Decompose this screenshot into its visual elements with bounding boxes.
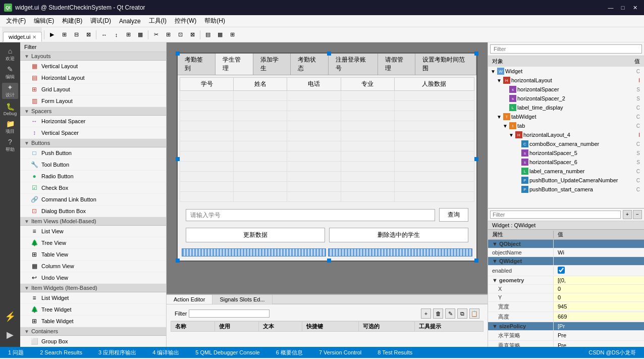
- widget-horizontal-layout[interactable]: ▤ Horizontal Layout: [20, 72, 166, 84]
- tab-signals-slots[interactable]: Signals Slots Ed...: [212, 295, 272, 304]
- horizontal-scrollbar-1[interactable]: [182, 248, 326, 257]
- obj-pushbtn-update[interactable]: P pushButton_UpdateCameraNumber C: [488, 176, 644, 185]
- obj-widget[interactable]: ▼ W Widget C: [488, 67, 644, 76]
- action-copy-btn[interactable]: ⧉: [457, 309, 467, 319]
- spacers-expand[interactable]: ▼: [24, 109, 29, 114]
- tab-close-icon[interactable]: ✕: [32, 34, 36, 40]
- props-row-height[interactable]: 高度 669: [488, 312, 644, 322]
- search-input[interactable]: [186, 209, 435, 221]
- widget-horizontal-spacer[interactable]: ↔ Horizontal Spacer: [20, 116, 166, 127]
- action-delete-btn[interactable]: 🗑: [433, 309, 443, 319]
- sidebar-welcome[interactable]: ⌂ 欢迎: [2, 46, 18, 63]
- sidebar-help[interactable]: ? 帮助: [2, 137, 18, 153]
- menu-tools[interactable]: 工具(I): [145, 16, 171, 26]
- widget-tool-button[interactable]: 🔧 Tool Button: [20, 159, 166, 171]
- obj-pushbtn-start[interactable]: P pushButton_start_camera C: [488, 185, 644, 194]
- sidebar-debug[interactable]: 🐛 Debug: [2, 101, 18, 117]
- toolbar-btn-12[interactable]: ⊠: [187, 29, 198, 40]
- props-row-y[interactable]: Y 0: [488, 293, 644, 302]
- obj-tab-widget[interactable]: ▼ T tabWidget C: [488, 112, 644, 121]
- obj-hspacer-5[interactable]: s horizontalSpacer_5 S: [488, 148, 644, 158]
- obj-label-camera[interactable]: L label_camera_number C: [488, 167, 644, 176]
- menu-help[interactable]: 帮助(H): [200, 16, 229, 26]
- menu-analyze[interactable]: Analyze: [115, 17, 145, 26]
- buttons-expand[interactable]: ▼: [24, 140, 29, 146]
- sidebar-edit[interactable]: ✎ 编辑: [2, 65, 18, 81]
- tab-qingjia[interactable]: 请假管理: [378, 54, 416, 75]
- section-layouts[interactable]: ▼ Layouts: [20, 52, 166, 61]
- toolbar-btn-1[interactable]: ▶: [46, 29, 58, 40]
- update-button[interactable]: 更新数据: [186, 228, 325, 242]
- toolbar-btn-8[interactable]: ▦: [135, 29, 146, 40]
- tab-zhuce[interactable]: 注册登录账号: [329, 54, 378, 75]
- delete-button[interactable]: 删除选中的学生: [329, 228, 468, 242]
- tab-xuesheng[interactable]: 学生管理: [216, 54, 253, 75]
- toolbar-btn-2[interactable]: ⊞: [59, 29, 70, 40]
- status-general-messages[interactable]: 6 概要信息: [272, 349, 307, 356]
- toolbar-btn-3[interactable]: ⊟: [71, 29, 82, 40]
- tab-action-editor[interactable]: Action Editor: [167, 295, 212, 304]
- action-filter-input[interactable]: [189, 310, 270, 318]
- toolbar-btn-10[interactable]: ⊞: [163, 29, 174, 40]
- search-button[interactable]: 查询: [439, 208, 468, 222]
- widget-table-widget[interactable]: ⊞ Table Widget: [20, 316, 166, 327]
- item-widgets-expand[interactable]: ▼: [24, 285, 29, 291]
- props-plus-btn[interactable]: +: [623, 210, 632, 219]
- sidebar-design[interactable]: ✦ 设计: [2, 83, 18, 99]
- status-compile-output[interactable]: 4 编详输出: [148, 349, 183, 356]
- widget-vertical-spacer[interactable]: ↕ Vertical Spacer: [20, 127, 166, 139]
- right-filter-input[interactable]: [490, 44, 642, 54]
- props-row-width[interactable]: 宽度 945: [488, 302, 644, 312]
- tab-kaoquan[interactable]: 考勤签到: [178, 54, 216, 75]
- action-edit-btn[interactable]: ✎: [445, 309, 455, 319]
- widget-command-link-button[interactable]: 🔗 Command Link Button: [20, 194, 166, 206]
- widget-tree-view[interactable]: 🌲 Tree View: [20, 237, 166, 249]
- section-spacers[interactable]: ▼ Spacers: [20, 107, 166, 116]
- widget-form-layout[interactable]: ▥ Form Layout: [20, 95, 166, 107]
- toolbar-btn-11[interactable]: ⊡: [175, 29, 186, 40]
- menu-edit[interactable]: 编辑(E): [30, 16, 58, 26]
- widget-column-view[interactable]: ▦ Column View: [20, 261, 166, 272]
- maximize-button[interactable]: □: [618, 3, 628, 13]
- minimize-button[interactable]: —: [606, 3, 616, 13]
- widget-list-widget[interactable]: ≡ List Widget: [20, 292, 166, 304]
- menu-file[interactable]: 文件(F): [2, 16, 30, 26]
- widget-tree-widget[interactable]: 🌲 Tree Widget: [20, 304, 166, 316]
- design-canvas[interactable]: 考勤签到 学生管理 添加学生 考勤状态 注册登录账号 请假管理 设置考勤时间范围…: [167, 42, 488, 294]
- widget-list-view[interactable]: ≡ List View: [20, 226, 166, 237]
- toolbar-btn-14[interactable]: ▦: [214, 29, 226, 40]
- status-qml-debugger[interactable]: 5 QML Debugger Console: [191, 349, 263, 355]
- action-new-btn[interactable]: +: [421, 309, 431, 319]
- props-row-objectname[interactable]: objectName Wi: [488, 248, 644, 257]
- obj-hlayout-4[interactable]: ▼ H horizontalLayout_4 I: [488, 130, 644, 139]
- obj-horizontal-spacer-2[interactable]: s horizontalSpacer_2 S: [488, 94, 644, 103]
- obj-label-time[interactable]: L label_time_display C: [488, 103, 644, 112]
- widget-table-view[interactable]: ⊞ Table View: [20, 249, 166, 261]
- props-minus-btn[interactable]: −: [633, 210, 642, 219]
- sidebar-project[interactable]: 📁 项目: [2, 119, 18, 135]
- widget-radio-button[interactable]: ● Radio Button: [20, 171, 166, 182]
- menu-debug[interactable]: 调试(D): [86, 16, 115, 26]
- widget-vertical-layout[interactable]: ▦ Vertical Layout: [20, 61, 166, 72]
- widget-dialog-button-box[interactable]: ⊡ Dialog Button Box: [20, 206, 166, 217]
- toolbar-btn-5[interactable]: ↔: [98, 29, 110, 40]
- status-version-control[interactable]: 7 Version Control: [315, 349, 365, 355]
- props-row-vpolicy[interactable]: 垂直策略 Pre: [488, 341, 644, 347]
- toolbar-btn-9[interactable]: ✂: [150, 29, 162, 40]
- obj-hspacer-6[interactable]: s horizontalSpacer_6 S: [488, 158, 644, 167]
- section-buttons[interactable]: ▼ Buttons: [20, 139, 166, 147]
- status-problems[interactable]: 1 问题: [4, 349, 28, 356]
- section-containers[interactable]: ▼ Containers: [20, 327, 166, 336]
- widget-grid-layout[interactable]: ⊞ Grid Layout: [20, 84, 166, 95]
- file-tab-widget-ui[interactable]: widget.ui ✕: [3, 32, 42, 42]
- toolbar-btn-15[interactable]: ⊞: [227, 29, 238, 40]
- status-test-results[interactable]: 8 Test Results: [373, 349, 416, 355]
- layouts-expand[interactable]: ▼: [24, 54, 29, 59]
- widget-push-button[interactable]: □ Push Button: [20, 147, 166, 159]
- menu-controls[interactable]: 控件(W): [171, 16, 200, 26]
- obj-horizontal-spacer[interactable]: s horizontalSpacer S: [488, 85, 644, 94]
- section-item-widgets[interactable]: ▼ Item Widgets (Item-Based): [20, 284, 166, 292]
- section-item-views[interactable]: ▼ Item Views (Model-Based): [20, 217, 166, 226]
- enabled-checkbox[interactable]: [558, 267, 565, 274]
- toolbar-btn-6[interactable]: ↕: [111, 29, 122, 40]
